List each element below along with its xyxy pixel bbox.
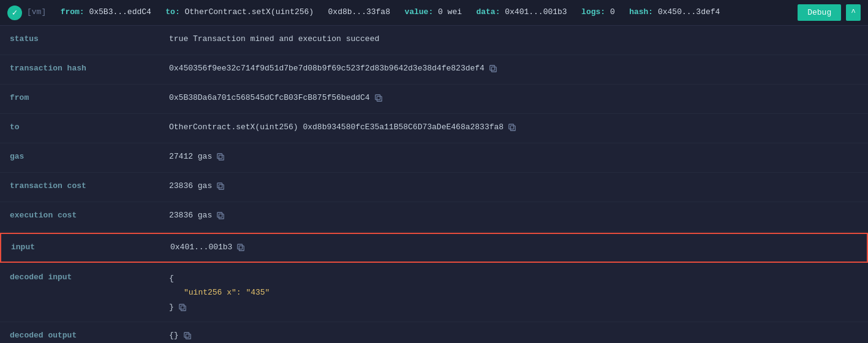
svg-rect-14 [181, 306, 186, 311]
svg-rect-4 [510, 126, 515, 130]
row-transaction-cost: transaction cost 23836 gas [0, 173, 868, 202]
to-label: to: [165, 7, 179, 17]
to-address-text: OtherContract.setX(uint256) 0xd8b934580f… [169, 121, 504, 134]
value-to: OtherContract.setX(uint256) 0xd8b934580f… [169, 121, 858, 134]
copy-from-icon[interactable] [374, 93, 383, 103]
svg-rect-11 [217, 213, 222, 217]
transaction-hash-text: 0x450356f9ee32c714f9d51d7be7d08b9f69c523… [169, 62, 485, 75]
label-transaction-cost: transaction cost [10, 180, 169, 190]
chevron-button[interactable]: ^ [846, 4, 861, 21]
row-input: input 0x401...001b3 [0, 233, 868, 263]
vm-label: [vm] [27, 7, 46, 17]
gas-text: 27412 gas [169, 151, 212, 164]
row-from: from 0x5B38Da6a701c568545dCfcB03FcB875f5… [0, 85, 868, 114]
svg-rect-15 [179, 304, 184, 309]
copy-decoded-output-icon[interactable] [183, 331, 192, 341]
value-input: 0x401...001b3 [170, 241, 857, 254]
status-text: true Transaction mined and execution suc… [169, 33, 379, 46]
label-transaction-hash: transaction hash [10, 62, 169, 73]
label-to: to [10, 121, 169, 132]
top-bar-text: [vm] from: 0x5B3...eddC4 to: OtherContra… [27, 7, 793, 18]
decoded-output-text: {} [169, 330, 179, 342]
row-decoded-input: decoded input { "uint256 x": "435" } [0, 264, 868, 322]
value-label: value: [404, 7, 433, 17]
label-gas: gas [10, 151, 169, 161]
label-decoded-input: decoded input [10, 271, 169, 282]
label-status: status [10, 33, 169, 43]
value-execution-cost: 23836 gas [169, 209, 858, 222]
decoded-input-footer: } [169, 300, 270, 314]
copy-to-icon[interactable] [507, 123, 517, 132]
logs-val: 0 [610, 7, 615, 17]
row-execution-cost: execution cost 23836 gas [0, 202, 868, 232]
value-val: 0 wei [438, 7, 462, 17]
input-text: 0x401...001b3 [170, 241, 232, 254]
copy-transaction-cost-icon[interactable] [216, 181, 225, 191]
svg-rect-12 [240, 246, 244, 251]
hash-label: hash: [629, 7, 653, 17]
data-val: 0x401...001b3 [505, 7, 567, 17]
execution-cost-text: 23836 gas [169, 209, 212, 222]
decoded-input-field: "uint256 x": "435" [169, 285, 270, 300]
value-transaction-cost: 23836 gas [169, 180, 858, 193]
decoded-input-open: { [169, 271, 270, 285]
svg-rect-10 [219, 214, 224, 219]
svg-rect-17 [184, 333, 189, 337]
to-value: OtherContract.setX(uint256) [185, 7, 314, 17]
svg-rect-2 [377, 96, 382, 101]
value-gas: 27412 gas [169, 151, 858, 164]
svg-rect-13 [238, 244, 243, 249]
svg-rect-0 [491, 67, 496, 72]
debug-button[interactable]: Debug [798, 4, 841, 21]
label-input: input [11, 241, 170, 252]
to-addr: 0xd8b...33fa8 [328, 7, 390, 17]
from-value: 0x5B3...eddC4 [89, 7, 151, 17]
svg-rect-3 [375, 95, 380, 100]
hash-val: 0x450...3def4 [658, 7, 720, 17]
info-table: status true Transaction mined and execut… [0, 26, 868, 343]
value-decoded-input: { "uint256 x": "435" } [169, 271, 858, 314]
transaction-cost-text: 23836 gas [169, 180, 212, 193]
value-decoded-output: {} [169, 330, 858, 342]
value-status: true Transaction mined and execution suc… [169, 33, 858, 46]
copy-gas-icon[interactable] [216, 152, 225, 162]
copy-transaction-hash-icon[interactable] [488, 64, 498, 74]
svg-rect-5 [509, 124, 514, 129]
copy-execution-cost-icon[interactable] [216, 211, 225, 221]
decoded-input-field-text: "uint256 x": "435" [184, 288, 270, 297]
label-execution-cost: execution cost [10, 209, 169, 220]
from-label: from: [61, 7, 85, 17]
top-bar: [vm] from: 0x5B3...eddC4 to: OtherContra… [0, 0, 868, 26]
row-decoded-output: decoded output {} [0, 322, 868, 343]
decoded-input-close: } [169, 300, 174, 314]
copy-input-icon[interactable] [236, 243, 246, 252]
label-decoded-output: decoded output [10, 330, 169, 340]
svg-rect-16 [186, 334, 191, 339]
svg-rect-9 [217, 183, 222, 188]
logs-label: logs: [581, 7, 605, 17]
data-label: data: [476, 7, 500, 17]
svg-rect-6 [219, 155, 224, 160]
svg-rect-7 [217, 154, 222, 159]
svg-rect-1 [490, 66, 495, 70]
copy-decoded-input-icon[interactable] [178, 303, 187, 312]
label-from: from [10, 92, 169, 102]
row-gas: gas 27412 gas [0, 143, 868, 173]
decoded-input-block: { "uint256 x": "435" } [169, 271, 270, 314]
row-status: status true Transaction mined and execut… [0, 26, 868, 55]
row-transaction-hash: transaction hash 0x450356f9ee32c714f9d51… [0, 55, 868, 85]
from-address-text: 0x5B38Da6a701c568545dCfcB03FcB875f56bedd… [169, 92, 370, 105]
row-to: to OtherContract.setX(uint256) 0xd8b9345… [0, 114, 868, 143]
svg-rect-8 [219, 184, 224, 189]
value-from: 0x5B38Da6a701c568545dCfcB03FcB875f56bedd… [169, 92, 858, 105]
success-icon [7, 6, 22, 20]
value-transaction-hash: 0x450356f9ee32c714f9d51d7be7d08b9f69c523… [169, 62, 858, 75]
